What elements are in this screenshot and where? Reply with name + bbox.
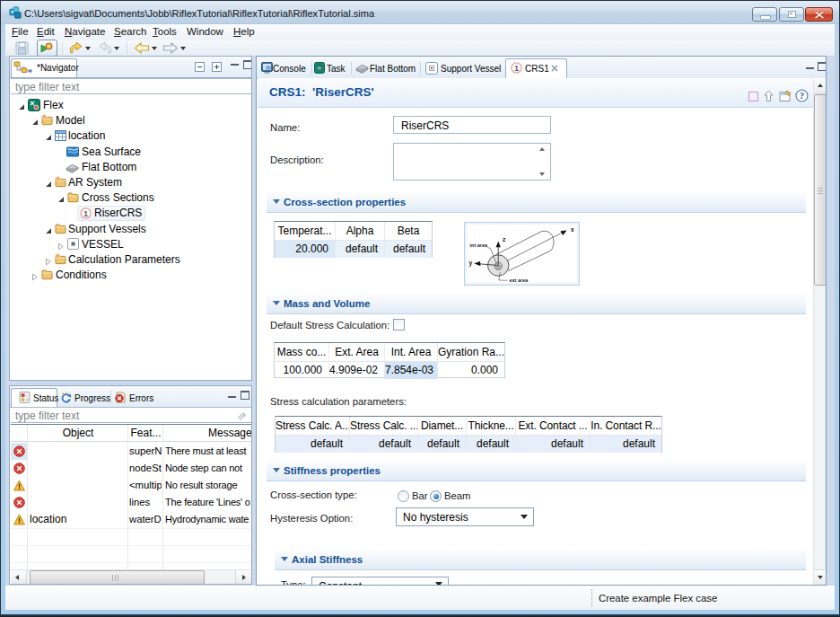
svg-text:z: z — [503, 236, 506, 242]
svg-text:int area: int area — [470, 242, 489, 248]
svg-text:x: x — [571, 226, 574, 233]
svg-text:ext area: ext area — [510, 278, 529, 283]
svg-text:R: R — [318, 66, 322, 71]
svg-text:?: ? — [800, 91, 804, 101]
svg-text:1: 1 — [83, 209, 88, 218]
svg-text:y: y — [469, 260, 473, 267]
svg-text:1: 1 — [514, 64, 519, 73]
